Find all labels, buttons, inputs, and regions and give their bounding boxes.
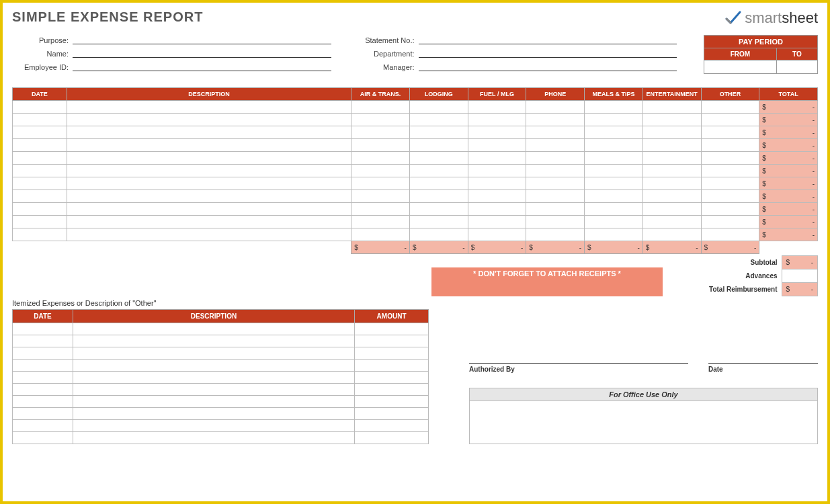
expense-cell[interactable] xyxy=(701,177,759,190)
expense-cell[interactable] xyxy=(13,165,67,177)
expense-cell[interactable] xyxy=(409,165,468,177)
expense-cell[interactable] xyxy=(67,203,351,216)
statement-no-input[interactable] xyxy=(419,35,677,44)
itemized-cell[interactable] xyxy=(355,408,429,420)
expense-cell[interactable] xyxy=(409,114,468,126)
expense-cell[interactable] xyxy=(468,126,526,139)
expense-cell[interactable] xyxy=(642,101,701,114)
expense-cell[interactable] xyxy=(701,203,759,216)
expense-cell[interactable] xyxy=(351,152,410,165)
expense-cell[interactable] xyxy=(67,126,351,139)
expense-cell[interactable] xyxy=(13,101,67,114)
expense-cell[interactable] xyxy=(526,101,585,114)
expense-cell[interactable] xyxy=(526,203,585,216)
itemized-cell[interactable] xyxy=(73,408,354,420)
department-input[interactable] xyxy=(419,48,677,58)
expense-cell[interactable] xyxy=(468,152,526,165)
expense-cell[interactable] xyxy=(642,165,701,177)
expense-cell[interactable] xyxy=(642,190,701,203)
expense-cell[interactable] xyxy=(409,190,468,203)
expense-cell[interactable] xyxy=(13,126,67,139)
expense-cell[interactable] xyxy=(468,177,526,190)
expense-cell[interactable] xyxy=(585,152,643,165)
expense-cell[interactable] xyxy=(67,177,351,190)
expense-cell[interactable] xyxy=(67,165,351,177)
expense-cell[interactable] xyxy=(13,190,67,203)
itemized-cell[interactable] xyxy=(355,420,429,432)
expense-cell[interactable] xyxy=(642,203,701,216)
name-input[interactable] xyxy=(73,48,331,58)
expense-cell[interactable] xyxy=(701,101,759,114)
expense-cell[interactable] xyxy=(701,228,759,241)
expense-cell[interactable] xyxy=(468,190,526,203)
expense-cell[interactable] xyxy=(409,126,468,139)
signature-date-line[interactable] xyxy=(708,363,818,364)
itemized-cell[interactable] xyxy=(355,432,429,444)
itemized-cell[interactable] xyxy=(13,420,73,432)
expense-cell[interactable] xyxy=(351,126,410,139)
expense-cell[interactable] xyxy=(409,177,468,190)
pay-period-to-input[interactable] xyxy=(776,60,817,74)
expense-cell[interactable] xyxy=(351,139,410,152)
expense-cell[interactable] xyxy=(13,228,67,241)
itemized-cell[interactable] xyxy=(355,335,429,347)
expense-cell[interactable] xyxy=(585,114,643,126)
expense-cell[interactable] xyxy=(585,177,643,190)
employee-id-input[interactable] xyxy=(73,62,331,71)
expense-cell[interactable] xyxy=(701,152,759,165)
expense-cell[interactable] xyxy=(67,190,351,203)
expense-cell[interactable] xyxy=(351,114,410,126)
itemized-cell[interactable] xyxy=(13,335,73,347)
itemized-cell[interactable] xyxy=(73,335,354,347)
expense-cell[interactable] xyxy=(409,139,468,152)
expense-cell[interactable] xyxy=(351,165,410,177)
itemized-cell[interactable] xyxy=(13,347,73,360)
authorized-by-line[interactable] xyxy=(469,363,688,364)
expense-cell[interactable] xyxy=(13,177,67,190)
expense-cell[interactable] xyxy=(67,228,351,241)
expense-cell[interactable] xyxy=(642,126,701,139)
expense-cell[interactable] xyxy=(701,165,759,177)
expense-cell[interactable] xyxy=(585,190,643,203)
expense-cell[interactable] xyxy=(701,126,759,139)
expense-cell[interactable] xyxy=(642,152,701,165)
expense-cell[interactable] xyxy=(526,216,585,228)
itemized-cell[interactable] xyxy=(13,360,73,372)
expense-cell[interactable] xyxy=(526,114,585,126)
itemized-cell[interactable] xyxy=(355,384,429,396)
advances-input[interactable] xyxy=(782,269,817,283)
expense-cell[interactable] xyxy=(67,139,351,152)
expense-cell[interactable] xyxy=(585,203,643,216)
purpose-input[interactable] xyxy=(73,35,331,44)
itemized-cell[interactable] xyxy=(13,408,73,420)
manager-input[interactable] xyxy=(419,62,677,71)
expense-cell[interactable] xyxy=(351,228,410,241)
expense-cell[interactable] xyxy=(468,228,526,241)
itemized-cell[interactable] xyxy=(355,347,429,360)
itemized-cell[interactable] xyxy=(13,432,73,444)
itemized-cell[interactable] xyxy=(13,372,73,384)
expense-cell[interactable] xyxy=(67,101,351,114)
pay-period-from-input[interactable] xyxy=(704,60,777,74)
itemized-cell[interactable] xyxy=(73,432,354,444)
itemized-cell[interactable] xyxy=(73,372,354,384)
itemized-cell[interactable] xyxy=(73,323,354,335)
expense-cell[interactable] xyxy=(526,165,585,177)
expense-cell[interactable] xyxy=(67,216,351,228)
itemized-cell[interactable] xyxy=(73,347,354,360)
expense-cell[interactable] xyxy=(468,101,526,114)
expense-cell[interactable] xyxy=(468,203,526,216)
itemized-cell[interactable] xyxy=(13,323,73,335)
itemized-cell[interactable] xyxy=(73,396,354,408)
expense-cell[interactable] xyxy=(468,216,526,228)
expense-cell[interactable] xyxy=(351,203,410,216)
expense-cell[interactable] xyxy=(351,101,410,114)
expense-cell[interactable] xyxy=(585,139,643,152)
expense-cell[interactable] xyxy=(468,139,526,152)
expense-cell[interactable] xyxy=(526,190,585,203)
expense-cell[interactable] xyxy=(13,203,67,216)
itemized-cell[interactable] xyxy=(13,396,73,408)
expense-cell[interactable] xyxy=(13,216,67,228)
expense-cell[interactable] xyxy=(642,139,701,152)
itemized-cell[interactable] xyxy=(355,323,429,335)
